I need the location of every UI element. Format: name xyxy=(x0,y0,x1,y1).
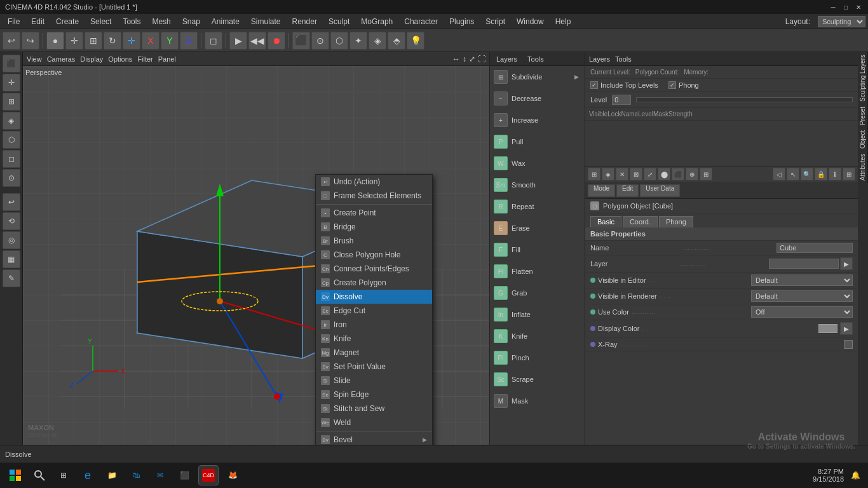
play-back-button[interactable]: ◀◀ xyxy=(248,32,266,50)
sculpt-inflate[interactable]: In Inflate xyxy=(490,304,585,325)
sculpting-layers-label[interactable]: Sculpting Layers xyxy=(858,52,868,104)
use-color-select[interactable]: Off Always Active xyxy=(751,306,853,318)
menu-snap[interactable]: Snap xyxy=(177,16,205,27)
attr-icon-9[interactable]: ⊞ xyxy=(700,168,712,180)
cube-button[interactable]: ⬛ xyxy=(292,32,310,50)
ctx-frame-selected[interactable]: □ Frame Selected Elements xyxy=(316,189,432,203)
minimize-button[interactable]: ─ xyxy=(829,3,837,11)
y-axis-button[interactable]: Y xyxy=(161,32,179,50)
undo-button[interactable]: ↩ xyxy=(3,32,20,50)
attr-icon-2[interactable]: ◈ xyxy=(602,168,614,180)
material-button[interactable]: ⬘ xyxy=(388,32,405,50)
ctx-bridge[interactable]: B Bridge xyxy=(316,220,432,234)
attr-icon-7[interactable]: ⬛ xyxy=(672,168,684,180)
attr-grid-icon[interactable]: ⊞ xyxy=(843,168,855,180)
coord-tab[interactable]: Coord. xyxy=(623,216,658,227)
outlook-button[interactable]: ✉ xyxy=(150,465,170,485)
viewport-fullscreen[interactable]: ⛶ xyxy=(478,55,485,64)
sidebar-btn-7[interactable]: ⊙ xyxy=(3,169,20,187)
rotate-button[interactable]: ↻ xyxy=(104,32,121,50)
ctx-close-polygon[interactable]: C Close Polygon Hole xyxy=(316,248,432,262)
attr-icon-3[interactable]: ✕ xyxy=(616,168,628,180)
maximize-button[interactable]: □ xyxy=(841,3,850,11)
ctx-create-polygon[interactable]: Cp Create Polygon xyxy=(316,276,432,290)
ctx-undo[interactable]: ↩ Undo (Action) xyxy=(316,175,432,189)
menu-mograph[interactable]: MoGraph xyxy=(356,16,398,27)
name-input[interactable] xyxy=(776,243,853,253)
ctx-stitch-sew[interactable]: St Stitch and Sew xyxy=(316,402,432,416)
sculpt-mask[interactable]: M Mask xyxy=(490,390,585,412)
sculpt-flatten[interactable]: Fl Flatten xyxy=(490,261,585,282)
sculpt-pull[interactable]: P Pull xyxy=(490,131,585,152)
close-button[interactable]: ✕ xyxy=(854,3,863,11)
menu-help[interactable]: Help xyxy=(550,16,576,27)
start-button[interactable] xyxy=(5,465,25,485)
ctx-spin-edge[interactable]: Se Spin Edge xyxy=(316,388,432,402)
sculpt-grab[interactable]: G Grab xyxy=(490,282,585,304)
layer-btn[interactable]: ▶ xyxy=(840,257,853,270)
ctx-brush[interactable]: Br Brush xyxy=(316,234,432,248)
menu-animate[interactable]: Animate xyxy=(207,16,245,27)
ctx-edge-cut[interactable]: Ec Edge Cut xyxy=(316,304,432,318)
sidebar-btn-9[interactable]: ⟲ xyxy=(3,212,20,230)
add-button[interactable]: ✛ xyxy=(123,32,140,50)
display-color-expand[interactable]: ▶ xyxy=(840,322,853,335)
visible-renderer-select[interactable]: Default On Off xyxy=(751,290,853,302)
ctx-knife[interactable]: Kn Knife xyxy=(316,332,432,346)
camera-button[interactable]: ◈ xyxy=(369,32,386,50)
object-label-vert[interactable]: Object xyxy=(858,128,868,151)
menu-character[interactable]: Character xyxy=(399,16,443,27)
attr-info-icon[interactable]: ℹ xyxy=(829,168,841,180)
viewport-display-menu[interactable]: Display xyxy=(80,55,103,63)
viewport-cameras-menu[interactable]: Cameras xyxy=(47,55,76,63)
viewport-panel-menu[interactable]: Panel xyxy=(158,55,176,63)
menu-file[interactable]: File xyxy=(3,16,25,27)
sidebar-btn-6[interactable]: ◻ xyxy=(3,150,20,168)
include-top-levels-check[interactable]: ✓ xyxy=(590,81,598,89)
layers-tab-label[interactable]: Layers xyxy=(589,55,610,63)
visible-editor-select[interactable]: Default On Off xyxy=(751,274,853,286)
sculpt-smooth[interactable]: Sm Smooth xyxy=(490,174,585,196)
viewport-icon-2[interactable]: ↕ xyxy=(463,55,466,64)
menu-simulate[interactable]: Simulate xyxy=(246,16,286,27)
sculpt-fill[interactable]: F Fill xyxy=(490,239,585,261)
viewport-icon-1[interactable]: ↔ xyxy=(452,55,460,64)
sculpt-subdivide[interactable]: ⊞ Subdivide ▶ xyxy=(490,66,585,88)
sculpt-erase[interactable]: E Erase xyxy=(490,217,585,239)
file-explorer-button[interactable]: 📁 xyxy=(102,465,122,485)
menu-mesh[interactable]: Mesh xyxy=(147,16,175,27)
sculpt-repeat[interactable]: R Repeat xyxy=(490,196,585,217)
attr-icon-6[interactable]: ⬤ xyxy=(658,168,670,180)
menu-script[interactable]: Script xyxy=(480,16,510,27)
sculpting-layers-tab[interactable]: Layers xyxy=(494,54,520,64)
sidebar-btn-8[interactable]: ↩ xyxy=(3,193,20,211)
cinema4d-taskbar-btn[interactable]: C4D xyxy=(198,465,219,485)
menu-window[interactable]: Window xyxy=(512,16,549,27)
sculpt-pinch[interactable]: Pi Pinch xyxy=(490,347,585,369)
redo-button[interactable]: ↪ xyxy=(22,32,39,50)
search-button[interactable] xyxy=(29,465,50,485)
ctx-set-point[interactable]: Sv Set Point Value xyxy=(316,360,432,374)
sidebar-btn-10[interactable]: ◎ xyxy=(3,231,20,249)
layout-dropdown[interactable]: Sculpting Standard Animation xyxy=(818,16,865,27)
edge-button[interactable]: e xyxy=(78,465,98,485)
attr-icon-8[interactable]: ⊕ xyxy=(686,168,698,180)
ctx-magnet[interactable]: Mg Magnet xyxy=(316,346,432,360)
ctx-weld[interactable]: We Weld xyxy=(316,416,432,430)
display-color-swatch[interactable] xyxy=(818,324,837,333)
ctx-slide[interactable]: Sl Slide xyxy=(316,374,432,388)
bulb-button[interactable]: 💡 xyxy=(407,32,424,50)
sidebar-btn-4[interactable]: ◈ xyxy=(3,112,20,130)
edit-btn[interactable]: Edit xyxy=(616,184,639,197)
menu-sculpt[interactable]: Sculpt xyxy=(323,16,355,27)
scale-button[interactable]: ⊞ xyxy=(85,32,102,50)
attr-navigate-icon[interactable]: ◁ xyxy=(773,168,785,180)
live-selection-button[interactable]: ● xyxy=(46,32,64,50)
menu-create[interactable]: Create xyxy=(51,16,84,27)
sidebar-btn-2[interactable]: ✛ xyxy=(3,74,20,92)
attr-lock-icon[interactable]: 🔒 xyxy=(815,168,827,180)
move-button[interactable]: ✛ xyxy=(65,32,83,50)
z-axis-button[interactable]: Z xyxy=(180,32,198,50)
x-axis-button[interactable]: X xyxy=(142,32,159,50)
ctx-create-point[interactable]: • Create Point xyxy=(316,206,432,220)
